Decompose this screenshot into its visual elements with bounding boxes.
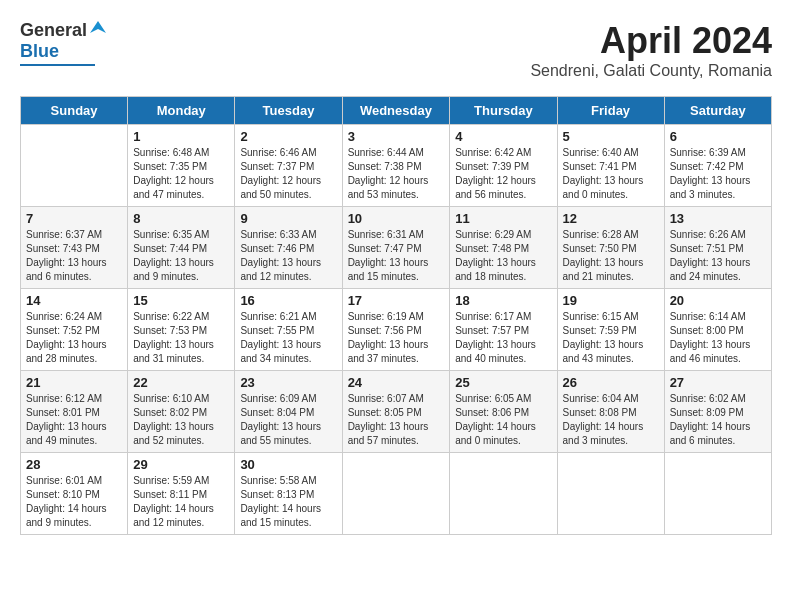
column-header-monday: Monday xyxy=(128,97,235,125)
calendar-cell: 11Sunrise: 6:29 AM Sunset: 7:48 PM Dayli… xyxy=(450,207,557,289)
calendar-cell: 25Sunrise: 6:05 AM Sunset: 8:06 PM Dayli… xyxy=(450,371,557,453)
day-number: 10 xyxy=(348,211,445,226)
day-number: 28 xyxy=(26,457,122,472)
week-row-3: 14Sunrise: 6:24 AM Sunset: 7:52 PM Dayli… xyxy=(21,289,772,371)
day-number: 26 xyxy=(563,375,659,390)
column-header-friday: Friday xyxy=(557,97,664,125)
day-number: 3 xyxy=(348,129,445,144)
day-info: Sunrise: 6:04 AM Sunset: 8:08 PM Dayligh… xyxy=(563,392,659,448)
logo-blue: Blue xyxy=(20,41,59,61)
calendar-cell: 18Sunrise: 6:17 AM Sunset: 7:57 PM Dayli… xyxy=(450,289,557,371)
calendar-cell: 1Sunrise: 6:48 AM Sunset: 7:35 PM Daylig… xyxy=(128,125,235,207)
day-info: Sunrise: 6:39 AM Sunset: 7:42 PM Dayligh… xyxy=(670,146,766,202)
day-info: Sunrise: 6:09 AM Sunset: 8:04 PM Dayligh… xyxy=(240,392,336,448)
calendar-cell: 10Sunrise: 6:31 AM Sunset: 7:47 PM Dayli… xyxy=(342,207,450,289)
day-number: 20 xyxy=(670,293,766,308)
day-info: Sunrise: 6:28 AM Sunset: 7:50 PM Dayligh… xyxy=(563,228,659,284)
calendar-cell: 6Sunrise: 6:39 AM Sunset: 7:42 PM Daylig… xyxy=(664,125,771,207)
calendar-cell: 12Sunrise: 6:28 AM Sunset: 7:50 PM Dayli… xyxy=(557,207,664,289)
calendar-cell xyxy=(664,453,771,535)
calendar-cell xyxy=(21,125,128,207)
column-header-tuesday: Tuesday xyxy=(235,97,342,125)
week-row-5: 28Sunrise: 6:01 AM Sunset: 8:10 PM Dayli… xyxy=(21,453,772,535)
day-info: Sunrise: 6:05 AM Sunset: 8:06 PM Dayligh… xyxy=(455,392,551,448)
column-header-thursday: Thursday xyxy=(450,97,557,125)
day-info: Sunrise: 6:26 AM Sunset: 7:51 PM Dayligh… xyxy=(670,228,766,284)
week-row-2: 7Sunrise: 6:37 AM Sunset: 7:43 PM Daylig… xyxy=(21,207,772,289)
day-info: Sunrise: 6:40 AM Sunset: 7:41 PM Dayligh… xyxy=(563,146,659,202)
day-info: Sunrise: 6:15 AM Sunset: 7:59 PM Dayligh… xyxy=(563,310,659,366)
calendar-cell: 23Sunrise: 6:09 AM Sunset: 8:04 PM Dayli… xyxy=(235,371,342,453)
calendar-cell xyxy=(557,453,664,535)
day-number: 27 xyxy=(670,375,766,390)
logo-general: General xyxy=(20,20,87,41)
day-number: 23 xyxy=(240,375,336,390)
calendar-cell: 20Sunrise: 6:14 AM Sunset: 8:00 PM Dayli… xyxy=(664,289,771,371)
day-number: 6 xyxy=(670,129,766,144)
day-number: 18 xyxy=(455,293,551,308)
calendar-cell: 7Sunrise: 6:37 AM Sunset: 7:43 PM Daylig… xyxy=(21,207,128,289)
day-info: Sunrise: 6:10 AM Sunset: 8:02 PM Dayligh… xyxy=(133,392,229,448)
calendar-cell: 5Sunrise: 6:40 AM Sunset: 7:41 PM Daylig… xyxy=(557,125,664,207)
day-info: Sunrise: 6:29 AM Sunset: 7:48 PM Dayligh… xyxy=(455,228,551,284)
svg-marker-0 xyxy=(90,21,106,33)
week-row-4: 21Sunrise: 6:12 AM Sunset: 8:01 PM Dayli… xyxy=(21,371,772,453)
calendar-cell: 17Sunrise: 6:19 AM Sunset: 7:56 PM Dayli… xyxy=(342,289,450,371)
day-number: 25 xyxy=(455,375,551,390)
week-row-1: 1Sunrise: 6:48 AM Sunset: 7:35 PM Daylig… xyxy=(21,125,772,207)
logo: General Blue xyxy=(20,20,108,66)
day-number: 21 xyxy=(26,375,122,390)
calendar-cell: 9Sunrise: 6:33 AM Sunset: 7:46 PM Daylig… xyxy=(235,207,342,289)
day-info: Sunrise: 6:44 AM Sunset: 7:38 PM Dayligh… xyxy=(348,146,445,202)
calendar-table: SundayMondayTuesdayWednesdayThursdayFrid… xyxy=(20,96,772,535)
logo-bird-icon xyxy=(88,19,108,39)
day-number: 30 xyxy=(240,457,336,472)
day-number: 16 xyxy=(240,293,336,308)
day-number: 14 xyxy=(26,293,122,308)
day-info: Sunrise: 6:24 AM Sunset: 7:52 PM Dayligh… xyxy=(26,310,122,366)
calendar-cell: 22Sunrise: 6:10 AM Sunset: 8:02 PM Dayli… xyxy=(128,371,235,453)
day-number: 9 xyxy=(240,211,336,226)
calendar-cell: 26Sunrise: 6:04 AM Sunset: 8:08 PM Dayli… xyxy=(557,371,664,453)
day-info: Sunrise: 6:22 AM Sunset: 7:53 PM Dayligh… xyxy=(133,310,229,366)
header: General Blue April 2024 Sendreni, Galati… xyxy=(20,20,772,80)
page-title: April 2024 xyxy=(530,20,772,62)
day-info: Sunrise: 6:33 AM Sunset: 7:46 PM Dayligh… xyxy=(240,228,336,284)
calendar-cell: 2Sunrise: 6:46 AM Sunset: 7:37 PM Daylig… xyxy=(235,125,342,207)
day-info: Sunrise: 6:02 AM Sunset: 8:09 PM Dayligh… xyxy=(670,392,766,448)
logo-divider xyxy=(20,64,95,66)
day-info: Sunrise: 6:14 AM Sunset: 8:00 PM Dayligh… xyxy=(670,310,766,366)
day-info: Sunrise: 6:35 AM Sunset: 7:44 PM Dayligh… xyxy=(133,228,229,284)
day-info: Sunrise: 6:19 AM Sunset: 7:56 PM Dayligh… xyxy=(348,310,445,366)
day-number: 29 xyxy=(133,457,229,472)
calendar-cell: 3Sunrise: 6:44 AM Sunset: 7:38 PM Daylig… xyxy=(342,125,450,207)
calendar-cell: 28Sunrise: 6:01 AM Sunset: 8:10 PM Dayli… xyxy=(21,453,128,535)
calendar-cell: 4Sunrise: 6:42 AM Sunset: 7:39 PM Daylig… xyxy=(450,125,557,207)
day-info: Sunrise: 6:21 AM Sunset: 7:55 PM Dayligh… xyxy=(240,310,336,366)
calendar-cell: 24Sunrise: 6:07 AM Sunset: 8:05 PM Dayli… xyxy=(342,371,450,453)
calendar-cell xyxy=(342,453,450,535)
calendar-cell: 21Sunrise: 6:12 AM Sunset: 8:01 PM Dayli… xyxy=(21,371,128,453)
calendar-cell: 27Sunrise: 6:02 AM Sunset: 8:09 PM Dayli… xyxy=(664,371,771,453)
day-info: Sunrise: 6:31 AM Sunset: 7:47 PM Dayligh… xyxy=(348,228,445,284)
page-subtitle: Sendreni, Galati County, Romania xyxy=(530,62,772,80)
day-info: Sunrise: 6:01 AM Sunset: 8:10 PM Dayligh… xyxy=(26,474,122,530)
day-number: 8 xyxy=(133,211,229,226)
day-info: Sunrise: 5:59 AM Sunset: 8:11 PM Dayligh… xyxy=(133,474,229,530)
day-info: Sunrise: 6:12 AM Sunset: 8:01 PM Dayligh… xyxy=(26,392,122,448)
calendar-cell: 30Sunrise: 5:58 AM Sunset: 8:13 PM Dayli… xyxy=(235,453,342,535)
calendar-cell: 14Sunrise: 6:24 AM Sunset: 7:52 PM Dayli… xyxy=(21,289,128,371)
day-number: 19 xyxy=(563,293,659,308)
day-info: Sunrise: 6:46 AM Sunset: 7:37 PM Dayligh… xyxy=(240,146,336,202)
column-header-wednesday: Wednesday xyxy=(342,97,450,125)
day-info: Sunrise: 6:37 AM Sunset: 7:43 PM Dayligh… xyxy=(26,228,122,284)
day-number: 4 xyxy=(455,129,551,144)
day-info: Sunrise: 5:58 AM Sunset: 8:13 PM Dayligh… xyxy=(240,474,336,530)
day-number: 15 xyxy=(133,293,229,308)
day-number: 22 xyxy=(133,375,229,390)
calendar-cell: 29Sunrise: 5:59 AM Sunset: 8:11 PM Dayli… xyxy=(128,453,235,535)
day-info: Sunrise: 6:48 AM Sunset: 7:35 PM Dayligh… xyxy=(133,146,229,202)
calendar-cell xyxy=(450,453,557,535)
calendar-cell: 8Sunrise: 6:35 AM Sunset: 7:44 PM Daylig… xyxy=(128,207,235,289)
calendar-header-row: SundayMondayTuesdayWednesdayThursdayFrid… xyxy=(21,97,772,125)
